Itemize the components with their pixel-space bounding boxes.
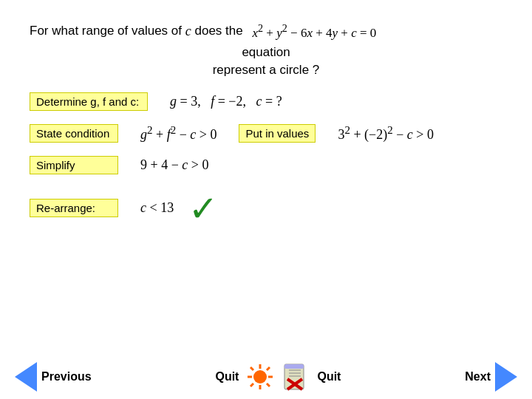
svg-line-7 — [267, 367, 270, 370]
svg-rect-10 — [284, 364, 304, 369]
checkmark-icon: ✓ — [188, 188, 218, 229]
state-condition-row: State condition g2 + f2 − c > 0 Put in v… — [30, 124, 502, 143]
variable-c: c — [185, 24, 191, 39]
previous-label: Previous — [41, 370, 92, 383]
arrow-left-icon — [15, 362, 37, 392]
rearrange-label: Re-arrange: — [30, 199, 118, 217]
sun-icon[interactable] — [246, 363, 274, 391]
determine-label: Determine g, f and c: — [30, 92, 148, 111]
main-equation: x2 + y2 − 6x + 4y + c = 0 — [252, 22, 376, 41]
determine-row: Determine g, f and c: g = 3, f = −2, c =… — [30, 92, 502, 111]
previous-button[interactable]: Previous — [15, 362, 96, 392]
simplify-formula: 9 + 4 − c > 0 — [140, 157, 208, 173]
arrow-right-icon — [495, 362, 517, 392]
rearrange-formula: c < 13 — [140, 200, 174, 216]
question-line: For what range of values of c does the x… — [30, 22, 502, 41]
question-text-part2: does the — [194, 24, 242, 38]
put-in-values-formula: 32 + (−2)2 − c > 0 — [338, 124, 434, 143]
simplify-label: Simplify — [30, 156, 118, 174]
put-in-values-label: Put in values — [239, 124, 316, 143]
svg-line-8 — [250, 383, 253, 386]
quit-section: Quit Quit — [215, 363, 341, 391]
question-text-part1: For what range of values of — [30, 24, 182, 38]
state-condition-formula: g2 + f2 − c > 0 — [140, 124, 216, 143]
bottom-nav: Previous Quit Quit — [0, 362, 532, 392]
rearrange-row: Re-arrange: c < 13 ✓ — [30, 188, 502, 229]
determine-formula: g = 3, f = −2, c = ? — [170, 94, 282, 109]
next-button[interactable]: Next — [460, 362, 517, 392]
x-icon[interactable] — [282, 363, 310, 391]
main-content: For what range of values of c does the x… — [0, 0, 532, 257]
svg-line-5 — [250, 367, 253, 370]
quit-label-2[interactable]: Quit — [317, 370, 341, 383]
svg-line-6 — [267, 383, 270, 386]
equation-line2: equation — [30, 45, 502, 60]
svg-point-0 — [253, 370, 267, 383]
represent-line: represent a circle ? — [30, 63, 502, 78]
simplify-row: Simplify 9 + 4 − c > 0 — [30, 156, 502, 174]
quit-label-1[interactable]: Quit — [215, 370, 239, 383]
next-label: Next — [465, 370, 491, 383]
state-condition-label: State condition — [30, 124, 118, 143]
